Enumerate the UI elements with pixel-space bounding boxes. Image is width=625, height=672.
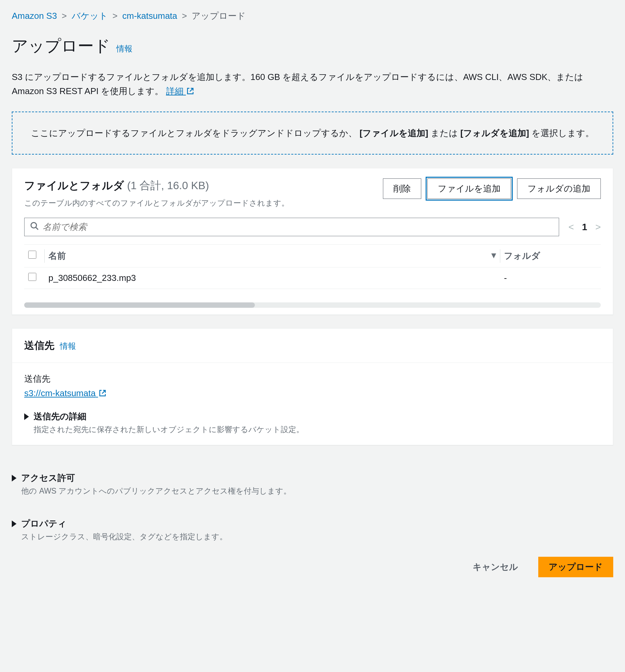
caret-right-icon [12,521,17,527]
horizontal-scrollbar[interactable] [24,303,601,308]
files-title-text: ファイルとフォルダ [24,179,124,192]
sort-icon: ▾ [491,250,496,260]
destination-title: 送信先 [24,339,54,353]
search-box[interactable] [24,218,559,236]
select-all-checkbox[interactable] [28,251,36,259]
access-desc: 他の AWS アカウントへのパブリックアクセスとアクセス権を付与します。 [21,486,291,496]
col-folder-label: フォルダ [504,251,540,261]
destination-info-link[interactable]: 情報 [60,341,76,352]
row-name: p_30850662_233.mp3 [44,267,500,289]
add-folder-button[interactable]: フォルダの追加 [517,178,601,199]
desc-text: S3 にアップロードするファイルとフォルダを追加します。160 GB を超えるフ… [12,72,583,96]
next-page-icon[interactable]: > [596,222,601,233]
files-count: (1 合計, 16.0 KB) [127,179,209,192]
breadcrumb-link-bucket[interactable]: cm-katsumata [122,11,177,21]
learn-more-label: 詳細 [166,86,184,96]
prev-page-icon[interactable]: < [569,222,574,233]
files-panel-title: ファイルとフォルダ (1 合計, 16.0 KB) [24,178,289,193]
svg-point-0 [31,223,36,228]
page-description: S3 にアップロードするファイルとフォルダを追加します。160 GB を超えるフ… [12,70,613,98]
properties-desc: ストレージクラス、暗号化設定、タグなどを指定します。 [21,532,227,542]
dropzone-text: ここにアップロードするファイルとフォルダをドラッグアンドドロップするか、 [31,128,357,138]
access-section: アクセス許可 他の AWS アカウントへのパブリックアクセスとアクセス権を付与し… [12,459,613,498]
access-toggle[interactable]: アクセス許可 他の AWS アカウントへのパブリックアクセスとアクセス権を付与し… [12,472,613,496]
breadcrumb-link-s3[interactable]: Amazon S3 [12,11,57,21]
learn-more-link[interactable]: 詳細 [166,86,194,96]
external-link-icon [99,389,106,396]
col-name-label: 名前 [48,251,66,261]
properties-section: プロパティ ストレージクラス、暗号化設定、タグなどを指定します。 [12,504,613,543]
destination-label: 送信先 [24,373,601,385]
chevron-right-icon: > [62,11,67,21]
delete-button[interactable]: 削除 [383,178,421,199]
files-table: 名前 ▾ フォルダ p_30850662_233.mp3 - [24,244,601,289]
properties-title: プロパティ [21,518,227,530]
dropzone-bold-addfolder: [フォルダを追加] [460,128,529,138]
select-all-header [24,245,44,267]
column-name[interactable]: 名前 ▾ [44,245,500,267]
upload-button[interactable]: アップロード [538,557,613,577]
info-link[interactable]: 情報 [116,43,133,54]
dropzone-bold-addfile: [ファイルを追加] [360,128,428,138]
row-folder: - [500,267,601,289]
chevron-right-icon: > [113,11,118,21]
breadcrumb-current: アップロード [192,10,246,22]
caret-right-icon [24,413,29,420]
destination-details-desc: 指定された宛先に保存された新しいオブジェクトに影響するバケット設定。 [33,424,304,435]
destination-uri-link[interactable]: s3://cm-katsumata [24,388,106,398]
destination-uri: s3://cm-katsumata [24,388,95,398]
add-file-button[interactable]: ファイルを追加 [427,178,511,199]
files-subdesc: このテーブル内のすべてのファイルとフォルダがアップロードされます。 [24,198,289,208]
search-input[interactable] [43,222,553,232]
destination-details-title: 送信先の詳細 [33,411,304,422]
access-title: アクセス許可 [21,472,291,484]
row-checkbox[interactable] [28,273,36,281]
caret-right-icon [12,475,17,481]
destination-details-toggle[interactable]: 送信先の詳細 指定された宛先に保存された新しいオブジェクトに影響するバケット設定… [24,411,601,435]
cancel-button[interactable]: キャンセル [463,557,528,577]
pager: < 1 > [569,222,601,233]
files-panel: ファイルとフォルダ (1 合計, 16.0 KB) このテーブル内のすべてのファ… [12,168,613,315]
dropzone-suffix: を選択します。 [532,128,594,138]
breadcrumb-link-buckets[interactable]: バケット [72,10,108,22]
column-folder[interactable]: フォルダ [500,245,601,267]
breadcrumb: Amazon S3 > バケット > cm-katsumata > アップロード [12,10,613,22]
chevron-right-icon: > [182,11,187,21]
destination-panel: 送信先 情報 送信先 s3://cm-katsumata 送信先の詳細 指定され… [12,328,613,445]
page-title: アップロード [12,35,110,57]
external-link-icon [187,85,194,92]
page-number: 1 [582,222,587,233]
footer-actions: キャンセル アップロード [12,557,613,577]
dropzone[interactable]: ここにアップロードするファイルとフォルダをドラッグアンドドロップするか、 [ファ… [12,112,613,154]
scroll-thumb[interactable] [24,303,255,308]
properties-toggle[interactable]: プロパティ ストレージクラス、暗号化設定、タグなどを指定します。 [12,518,613,542]
dropzone-mid: または [431,128,460,138]
search-icon [30,221,39,233]
table-row: p_30850662_233.mp3 - [24,267,601,289]
